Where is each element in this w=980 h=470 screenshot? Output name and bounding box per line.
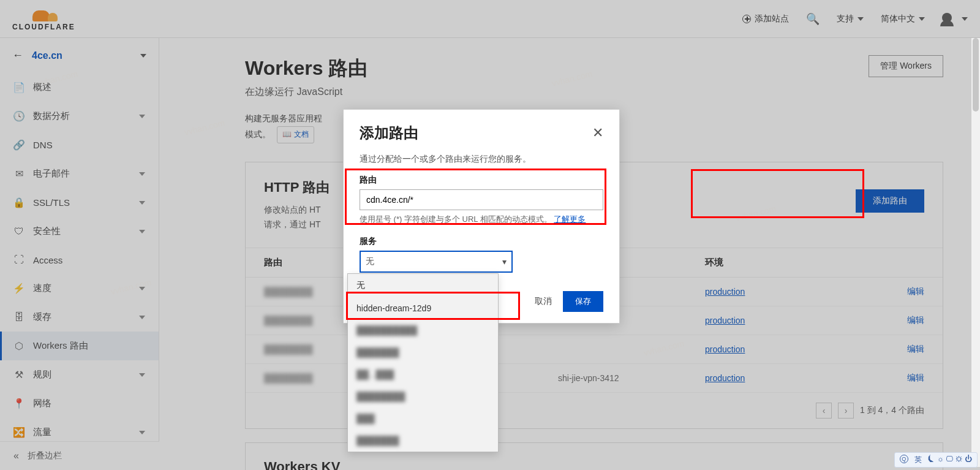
route-hint: 使用星号 (*) 字符创建与多个 URL 相匹配的动态模式。 了解更多 bbox=[360, 214, 603, 225]
learn-more-link[interactable]: 了解更多 bbox=[554, 214, 586, 224]
service-value: 无 bbox=[366, 256, 374, 267]
route-input[interactable] bbox=[360, 189, 603, 210]
route-label: 路由 bbox=[360, 175, 603, 186]
chevron-down-icon: ▾ bbox=[502, 257, 507, 267]
service-label: 服务 bbox=[360, 236, 603, 247]
tray-icons[interactable]: ⏾ ☼ 🖵 ⚙ ⏻ bbox=[928, 455, 972, 465]
modal-desc: 通过分配给一个或多个路由来运行您的服务。 bbox=[360, 154, 603, 165]
ime-lang[interactable]: 英 bbox=[914, 455, 922, 465]
dropdown-option-none[interactable]: 无 bbox=[348, 274, 498, 297]
dropdown-option[interactable]: ███████ bbox=[348, 430, 498, 452]
service-dropdown: 无 hidden-dream-12d9 ██████████ ███████ █… bbox=[347, 273, 499, 452]
cancel-button[interactable]: 取消 bbox=[535, 296, 552, 307]
dropdown-option[interactable]: ██...███ bbox=[348, 363, 498, 385]
system-tray: Q 英 ⏾ ☼ 🖵 ⚙ ⏻ bbox=[894, 452, 978, 468]
save-button[interactable]: 保存 bbox=[563, 291, 603, 312]
close-icon[interactable]: ✕ bbox=[592, 125, 603, 141]
dropdown-option[interactable]: ██████████ bbox=[348, 319, 498, 341]
service-select[interactable]: 无 ▾ bbox=[360, 251, 513, 273]
ime-icon[interactable]: Q bbox=[900, 455, 908, 463]
dropdown-option[interactable]: ███ bbox=[348, 407, 498, 430]
dropdown-option-hidden-dream[interactable]: hidden-dream-12d9 bbox=[348, 297, 498, 319]
scrollbar[interactable] bbox=[971, 38, 980, 467]
dropdown-option[interactable]: ███████ bbox=[348, 341, 498, 363]
dropdown-option[interactable]: ████████ bbox=[348, 385, 498, 407]
modal-title: 添加路由 bbox=[360, 123, 418, 143]
hint-text: 使用星号 (*) 字符创建与多个 URL 相匹配的动态模式。 bbox=[360, 214, 552, 224]
